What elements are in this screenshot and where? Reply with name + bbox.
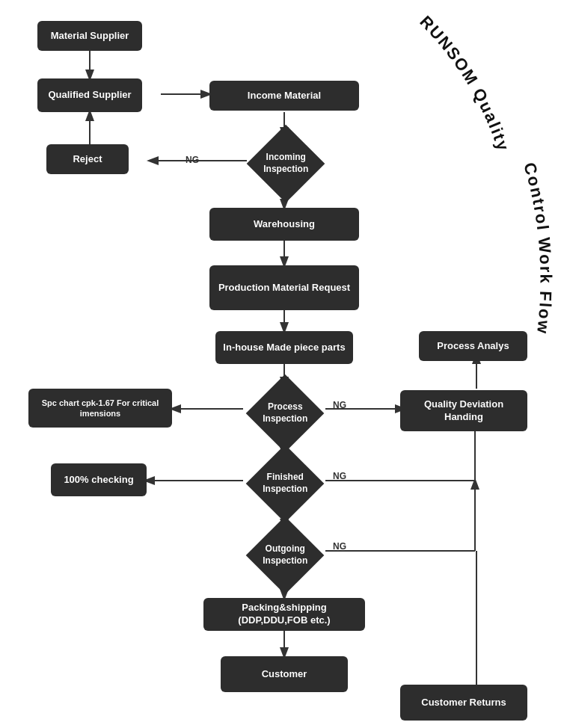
ng-label-finished: NG [333,471,346,481]
warehousing-box: Warehousing [209,208,359,241]
finished-inspection-diamond: Finished Inspection [246,445,325,523]
quality-deviation-box: Quality Deviation Handing [400,390,527,431]
material-supplier-box: Material Supplier [37,21,142,51]
customer-box: Customer [221,656,348,692]
packing-shipping-box: Packing&shipping (DDP,DDU,FOB etc.) [203,598,365,631]
production-material-request-box: Production Material Request [209,265,359,310]
ng-label-process: NG [333,400,346,410]
incoming-inspection-diamond: Incoming Inspection [247,125,325,203]
hundred-percent-checking-box: 100% checking [51,463,147,496]
ng-label-outgoing: NG [333,541,346,552]
ng-label-incoming: NG [186,155,199,165]
svg-text:Control Work Flow: Control Work Flow [520,161,555,336]
income-material-box: Income Material [209,81,359,111]
spc-chart-box: Spc chart cpk-1.67 For critical imension… [28,389,172,428]
reject-box: Reject [46,144,129,174]
qualified-supplier-box: Qualified Supplier [37,78,142,112]
svg-text:RUNSOM Quality: RUNSOM Quality [416,12,512,154]
inhouse-box: In-house Made piece parts [215,331,353,364]
customer-returns-box: Customer Returns [400,685,527,721]
outgoing-inspection-diamond: Outgoing Inspection [246,516,325,595]
process-inspection-diamond: Process Inspection [246,374,325,453]
flowchart: RUNSOM Quality Control Work Flow [0,0,561,728]
process-analys-box: Process Analys [419,331,527,361]
